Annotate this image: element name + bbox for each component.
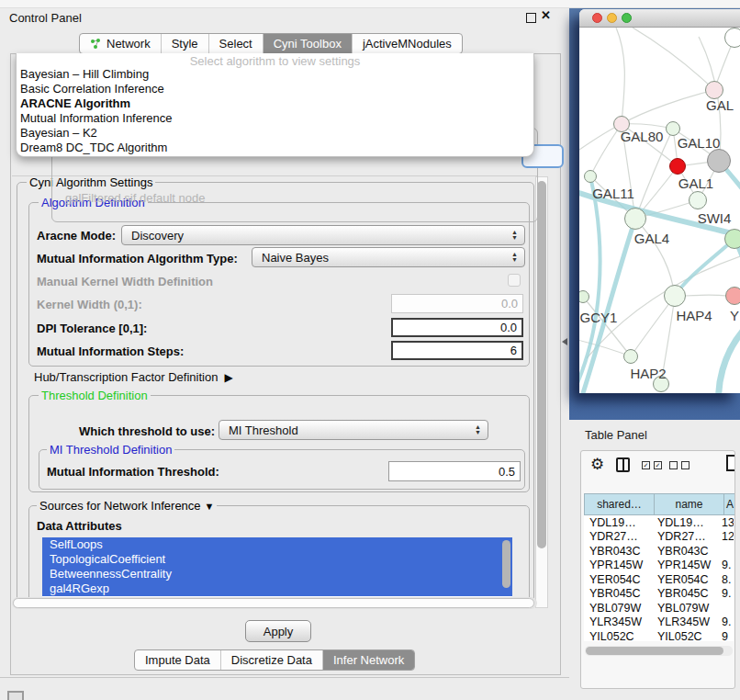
- tab-select[interactable]: Select: [209, 34, 263, 53]
- kernel-width-label: Kernel Width (0,1):: [37, 298, 142, 311]
- table-row[interactable]: YBL079WYBL079W: [584, 601, 734, 615]
- table-row[interactable]: YBR043CYBR043C: [584, 544, 734, 559]
- dpi-tolerance-field[interactable]: 0.0: [391, 318, 523, 337]
- algorithm-definition-group: Algorithm Definition Aracne Mode: Discov…: [28, 202, 530, 367]
- table-row[interactable]: YLR345WYLR345W9.: [584, 615, 734, 630]
- control-panel-title: Control Panel: [9, 11, 82, 25]
- split-pane-collapse-handle[interactable]: [562, 338, 567, 345]
- dropdown-item-dream8[interactable]: Dream8 DC_TDC Algorithm: [17, 141, 533, 155]
- settings-horizontal-scrollbar[interactable]: [12, 597, 537, 609]
- gear-icon[interactable]: ⚙: [590, 456, 604, 474]
- which-threshold-combo[interactable]: MI Threshold ▲▼: [219, 420, 488, 440]
- dropdown-prompt: Select algorithm to view settings: [17, 54, 533, 68]
- attribute-item-betweennesscentrality[interactable]: BetweennessCentrality: [42, 567, 512, 581]
- table-row[interactable]: YDL19…YDL19…13: [584, 515, 734, 530]
- mi-threshold-field[interactable]: 0.5: [388, 461, 521, 481]
- tab-impute-data-label: Impute Data: [145, 653, 210, 667]
- mi-threshold-group: MI Threshold Definition Mutual Informati…: [39, 449, 525, 490]
- close-icon[interactable]: ✕: [541, 8, 551, 22]
- table-row[interactable]: YDR27…YDR27…12: [584, 530, 734, 545]
- network-node-swi4[interactable]: [724, 229, 740, 249]
- minimize-traffic-light[interactable]: [607, 13, 617, 23]
- network-node-gal11[interactable]: [584, 170, 597, 183]
- manual-kernel-label: Manual Kernel Width Definition: [37, 275, 213, 288]
- network-node-selected-red[interactable]: [669, 158, 686, 175]
- attribute-item-gal4rgexp[interactable]: gal4RGexp: [42, 581, 512, 596]
- tab-network-label: Network: [107, 37, 151, 51]
- table-row[interactable]: YBR045CYBR045C9.: [584, 587, 734, 602]
- horizontal-scrollbar-thumb[interactable]: [13, 598, 534, 608]
- network-node-y[interactable]: [725, 287, 740, 305]
- network-node-hap4[interactable]: [664, 285, 686, 307]
- tab-discretize-data-label: Discretize Data: [231, 653, 312, 667]
- tab-style[interactable]: Style: [162, 34, 209, 53]
- mi-steps-field[interactable]: 6: [391, 341, 523, 360]
- attribute-list-scrollbar[interactable]: [502, 540, 510, 588]
- manual-kernel-checkbox[interactable]: [508, 274, 521, 287]
- network-view-window: GAL GAL80 GAL10 GAL1 GAL11 GAL4 SWI4 GCY…: [579, 9, 740, 393]
- mi-type-combo[interactable]: Naive Bayes ▲▼: [252, 247, 525, 267]
- table-panel: Table Panel ⚙ ✓ ✓ shared… name A YDL19…Y…: [569, 420, 740, 700]
- vertical-scrollbar-thumb[interactable]: [537, 181, 546, 548]
- table-horizontal-scrollbar[interactable]: [585, 646, 733, 656]
- unchecked-box-icon: [669, 461, 678, 469]
- table-scrollbar-thumb[interactable]: [586, 647, 723, 655]
- deselect-all-checkboxes-icon[interactable]: [669, 461, 690, 469]
- minimized-panel-icon[interactable]: [7, 691, 24, 700]
- expand-down-icon[interactable]: ▼: [205, 501, 215, 512]
- which-threshold-label: Which threshold to use:: [79, 424, 215, 438]
- hub-definition-label: Hub/Transcription Factor Definition: [34, 370, 218, 384]
- aracne-mode-combo[interactable]: Discovery ▲▼: [121, 225, 525, 245]
- network-window-titlebar[interactable]: [579, 9, 740, 28]
- aracne-mode-label: Aracne Mode:: [37, 229, 116, 243]
- zoom-traffic-light[interactable]: [622, 13, 632, 23]
- columns-icon[interactable]: [616, 457, 630, 472]
- control-panel-window: Control Panel ✕ Network Style Select Cyn…: [0, 0, 569, 678]
- apply-button[interactable]: Apply: [245, 620, 311, 642]
- tab-infer-network[interactable]: Infer Network: [323, 650, 414, 670]
- checked-box-icon: ✓: [642, 461, 650, 469]
- collapse-right-icon: ▶: [224, 371, 232, 384]
- column-header-name[interactable]: name: [654, 493, 724, 515]
- function-builder-icon[interactable]: [726, 455, 735, 471]
- table-row[interactable]: YPR145WYPR145W9.: [584, 559, 734, 573]
- dropdown-item-mutual-information[interactable]: Mutual Information Inference: [17, 111, 533, 126]
- network-node-gray[interactable]: [707, 149, 731, 173]
- column-header-cut[interactable]: A: [723, 493, 735, 515]
- table-row[interactable]: YER054CYER054C8.: [584, 572, 734, 587]
- tab-cyni-toolbox[interactable]: Cyni Toolbox: [263, 34, 353, 53]
- attribute-item-topologicalcoefficient[interactable]: TopologicalCoefficient: [42, 552, 512, 567]
- hub-definition-toggle[interactable]: Hub/Transcription Factor Definition ▶: [34, 370, 233, 384]
- network-selector-text: galFiltered.sif default node: [65, 191, 205, 205]
- dropdown-item-bayesian-k2[interactable]: Bayesian – K2: [17, 126, 533, 141]
- dropdown-item-aracne[interactable]: ARACNE Algorithm: [17, 96, 533, 111]
- float-window-icon[interactable]: [526, 13, 536, 23]
- network-node-hap2[interactable]: [623, 349, 638, 364]
- network-node-gal4[interactable]: [624, 208, 646, 230]
- kernel-width-field[interactable]: 0.0: [391, 294, 523, 313]
- select-all-checkboxes-icon[interactable]: ✓ ✓: [642, 461, 662, 469]
- tab-jactivemnodules-label: jActiveMNodules: [363, 37, 452, 51]
- dropdown-item-bayesian-hill[interactable]: Bayesian – Hill Climbing: [17, 67, 533, 82]
- tab-select-label: Select: [219, 37, 252, 51]
- top-strip: [0, 0, 740, 8]
- network-canvas[interactable]: GAL GAL80 GAL10 GAL1 GAL11 GAL4 SWI4 GCY…: [579, 28, 740, 393]
- threshold-definition-group: Threshold Definition Which threshold to …: [28, 395, 530, 492]
- network-node[interactable]: [724, 28, 740, 48]
- network-icon: [90, 38, 102, 50]
- column-header-shared-name[interactable]: shared…: [584, 493, 655, 515]
- tab-discretize-data[interactable]: Discretize Data: [221, 650, 323, 670]
- network-node-gal[interactable]: [705, 81, 723, 99]
- attribute-item-selfloops[interactable]: SelfLoops: [42, 537, 512, 552]
- tab-impute-data[interactable]: Impute Data: [135, 650, 221, 670]
- close-traffic-light[interactable]: [592, 13, 602, 23]
- settings-vertical-scrollbar[interactable]: [535, 176, 548, 608]
- spinner-arrows-icon: ▲▼: [508, 230, 521, 241]
- table-row[interactable]: YIL052CYIL052C9: [584, 629, 734, 641]
- tab-jactivemnodules[interactable]: jActiveMNodules: [353, 34, 462, 53]
- tab-network[interactable]: Network: [80, 34, 162, 53]
- dropdown-item-basic-correlation[interactable]: Basic Correlation Inference: [17, 82, 533, 96]
- network-node-gal1[interactable]: [689, 191, 707, 209]
- tab-style-label: Style: [172, 37, 198, 51]
- table-rows: YDL19…YDL19…13 YDR27…YDR27…12 YBR043CYBR…: [584, 515, 734, 641]
